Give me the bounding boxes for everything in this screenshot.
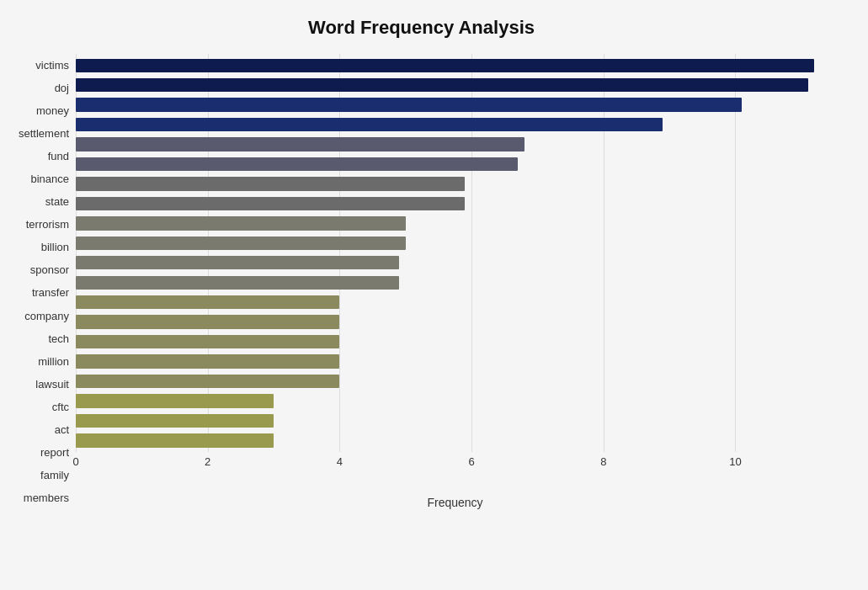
bar	[76, 394, 274, 407]
y-label: doj	[55, 82, 69, 93]
bar-row	[76, 273, 834, 292]
bar	[76, 375, 339, 388]
y-label: company	[24, 311, 69, 322]
chart-title: Word Frequency Analysis	[8, 17, 834, 39]
bar-row	[76, 194, 834, 213]
y-label: binance	[30, 173, 69, 184]
bar	[76, 295, 339, 309]
x-tick: 0	[72, 455, 78, 468]
bar	[76, 433, 274, 447]
y-label: victims	[35, 60, 69, 71]
bar	[76, 137, 525, 151]
bar-row	[76, 332, 834, 351]
bar-row	[76, 135, 834, 154]
bar-row	[76, 233, 834, 252]
y-label: billion	[41, 242, 69, 252]
y-label: state	[45, 196, 69, 207]
bar-row	[76, 75, 834, 94]
x-tick: 4	[337, 455, 343, 468]
bars-and-xaxis: 0246810 Frequency	[76, 54, 834, 509]
bar	[76, 78, 808, 92]
bar-row	[76, 253, 834, 273]
y-label: act	[55, 424, 69, 435]
bar	[76, 256, 399, 269]
bar-row	[76, 391, 834, 411]
x-tick: 8	[600, 455, 606, 468]
bar-row	[76, 154, 834, 173]
y-label: transfer	[32, 287, 69, 298]
x-tick: 6	[468, 455, 474, 468]
bar	[76, 335, 339, 348]
bar	[76, 177, 465, 190]
bar	[76, 414, 274, 428]
bar-row	[76, 352, 834, 371]
bar-row	[76, 312, 834, 332]
y-label: members	[24, 492, 69, 503]
x-tick: 2	[205, 455, 210, 468]
bar	[76, 237, 406, 250]
bars-area	[76, 54, 834, 452]
bar-row	[76, 371, 834, 391]
bar-row	[76, 95, 834, 114]
y-label: family	[40, 470, 69, 481]
y-label: terrorism	[26, 219, 69, 230]
bar	[76, 118, 663, 131]
y-label: million	[38, 356, 69, 367]
y-label: settlement	[19, 128, 69, 139]
bar	[76, 315, 339, 328]
y-label: report	[40, 447, 69, 458]
bar-row	[76, 411, 834, 430]
bar-row	[76, 56, 834, 75]
x-axis: 0246810	[76, 452, 834, 477]
y-label: tech	[48, 333, 69, 344]
bar-row	[76, 174, 834, 194]
bar-row	[76, 214, 834, 233]
chart-container: Word Frequency Analysis victimsdojmoneys…	[0, 0, 868, 590]
bars-list	[76, 54, 834, 452]
bar	[76, 98, 742, 111]
y-label: cftc	[52, 401, 69, 412]
bar-row	[76, 292, 834, 311]
y-label: money	[36, 105, 69, 116]
bar	[76, 197, 465, 210]
bar-row	[76, 114, 834, 134]
bar	[76, 157, 518, 171]
bar-row	[76, 431, 834, 450]
x-axis-label: Frequency	[76, 496, 834, 509]
bar	[76, 59, 814, 72]
bar	[76, 276, 399, 290]
chart-area: victimsdojmoneysettlementfundbinancestat…	[8, 54, 834, 509]
bar	[76, 354, 339, 368]
y-label: lawsuit	[35, 379, 69, 390]
y-label: sponsor	[30, 264, 69, 275]
y-label: fund	[48, 151, 69, 162]
bar	[76, 216, 406, 230]
x-tick: 10	[729, 455, 741, 468]
y-labels: victimsdojmoneysettlementfundbinancestat…	[8, 54, 76, 509]
